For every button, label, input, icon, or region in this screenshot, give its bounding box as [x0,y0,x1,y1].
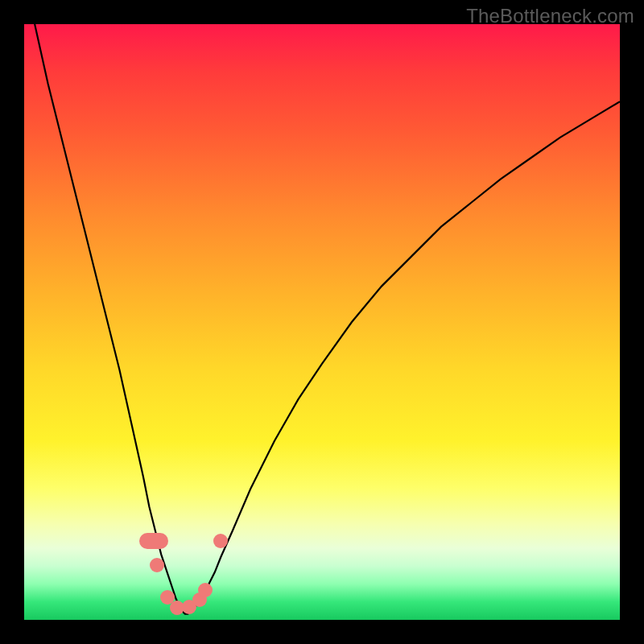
bottleneck-curve [24,24,620,620]
data-marker [139,533,168,549]
figure-frame: TheBottleneck.com [0,0,644,644]
data-marker [150,558,164,572]
data-marker [213,534,228,548]
plot-area [24,24,620,620]
data-marker [198,583,213,597]
curve-path [24,24,620,614]
